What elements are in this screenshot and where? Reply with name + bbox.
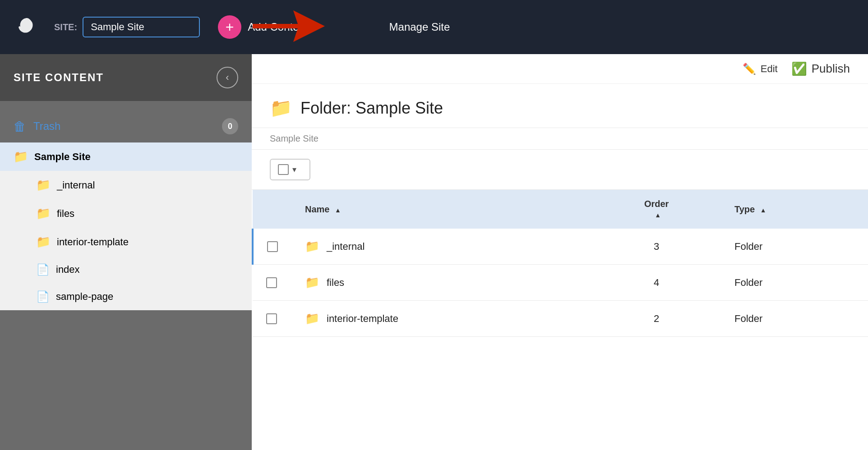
row-folder-icon: 📁 [305, 239, 319, 253]
order-col-label: Order [644, 199, 669, 209]
svg-marker-0 [253, 10, 325, 42]
publish-label: Publish [812, 62, 850, 76]
collapse-sidebar-button[interactable]: ‹ [217, 67, 238, 88]
content-toolbar: ✏️ Edit ✅ Publish [252, 54, 868, 84]
trash-item[interactable]: 🗑 Trash 0 [0, 110, 252, 142]
folder-title-icon: 📁 [270, 97, 292, 119]
edit-icon: ✏️ [743, 63, 756, 75]
row-type-cell: Folder [721, 301, 868, 337]
row-order-cell: 3 [592, 229, 721, 265]
site-selector: SITE: [54, 17, 200, 37]
row-checkbox[interactable] [266, 313, 277, 324]
checkbox-col-header [253, 190, 291, 229]
row-name: interior-template [327, 313, 398, 325]
row-name-cell[interactable]: 📁 files [291, 265, 592, 301]
manage-site-label: Manage Site [389, 21, 450, 33]
type-sort-arrow: ▲ [760, 207, 766, 214]
tree-item-files[interactable]: 📁 files [0, 199, 252, 228]
select-all-dropdown[interactable]: ▾ [270, 159, 310, 180]
tree-item-internal[interactable]: 📁 _internal [0, 171, 252, 199]
select-all-checkbox[interactable] [278, 164, 289, 175]
site-label: SITE: [54, 22, 77, 32]
navbar: SITE: + Add Content Manage Site [0, 0, 868, 54]
type-col-header[interactable]: Type ▲ [721, 190, 868, 229]
tree-item-interior-template[interactable]: 📁 interior-template [0, 228, 252, 256]
tree-item-sample-page[interactable]: 📄 sample-page [0, 283, 252, 310]
trash-label: Trash [33, 120, 60, 133]
sidebar-title: SITE CONTENT [14, 71, 104, 84]
type-col-label: Type [734, 204, 755, 214]
publish-button[interactable]: ✅ Publish [791, 61, 850, 76]
table-row[interactable]: 📁 _internal 3 Folder [253, 229, 868, 265]
row-folder-icon: 📁 [305, 276, 319, 289]
plus-circle-icon: + [218, 15, 241, 39]
row-checkbox[interactable] [266, 277, 277, 288]
page-icon: 📄 [36, 290, 50, 303]
table-row[interactable]: 📁 interior-template 2 Folder [253, 301, 868, 337]
order-col-header[interactable]: Order ▲ [592, 190, 721, 229]
folder-title: 📁 Folder: Sample Site [270, 97, 850, 119]
tree-item-sample-site[interactable]: 📁 Sample Site [0, 142, 252, 171]
arrow-annotation [253, 8, 325, 46]
name-sort-arrow: ▲ [335, 207, 341, 214]
folder-icon: 📁 [36, 235, 51, 249]
folder-title-text: Folder: Sample Site [300, 99, 443, 118]
app-logo[interactable] [14, 14, 41, 41]
sidebar: SITE CONTENT ‹ 🗑 Trash 0 📁 Sample Site [0, 54, 252, 450]
tree-item-label: _internal [57, 179, 95, 191]
tree-item-label: interior-template [57, 236, 129, 248]
tree-item-label: sample-page [56, 291, 113, 303]
row-checkbox-cell [253, 229, 291, 265]
row-name: files [327, 277, 344, 289]
sidebar-header: SITE CONTENT ‹ [0, 54, 252, 101]
row-name: _internal [327, 241, 365, 253]
table-row[interactable]: 📁 files 4 Folder [253, 265, 868, 301]
table-header-row: Name ▲ Order ▲ Type ▲ [253, 190, 868, 229]
folder-icon: 📁 [36, 207, 51, 220]
row-type-cell: Folder [721, 229, 868, 265]
row-checkbox[interactable] [267, 241, 278, 252]
folder-icon: 📁 [36, 178, 51, 192]
trash-left: 🗑 Trash [14, 119, 60, 134]
table-section: ▾ Name ▲ Order ▲ [252, 150, 868, 450]
chevron-down-icon: ▾ [292, 165, 296, 174]
row-name-cell[interactable]: 📁 _internal [291, 229, 592, 265]
row-folder-icon: 📁 [305, 312, 319, 326]
manage-site-button[interactable]: Manage Site [380, 21, 459, 33]
row-name-cell[interactable]: 📁 interior-template [291, 301, 592, 337]
tree-item-label: Sample Site [34, 151, 91, 163]
tree-item-index[interactable]: 📄 index [0, 256, 252, 283]
site-tree: 📁 Sample Site 📁 _internal 📁 files 📁 inte… [0, 142, 252, 310]
edit-label: Edit [761, 63, 778, 75]
content-header: 📁 Folder: Sample Site [252, 84, 868, 128]
row-type-cell: Folder [721, 265, 868, 301]
page-icon: 📄 [36, 263, 50, 276]
trash-count-badge: 0 [222, 118, 238, 134]
publish-check-icon: ✅ [791, 61, 807, 76]
tree-item-label: index [56, 264, 80, 276]
folder-icon: 📁 [14, 150, 28, 164]
content-table: Name ▲ Order ▲ Type ▲ [252, 190, 868, 337]
select-all-bar: ▾ [252, 150, 868, 190]
tree-item-label: files [57, 208, 74, 220]
trash-icon: 🗑 [14, 119, 26, 134]
site-name-input[interactable] [83, 17, 200, 37]
main-layout: SITE CONTENT ‹ 🗑 Trash 0 📁 Sample Site [0, 54, 868, 450]
row-checkbox-cell [253, 265, 291, 301]
edit-button[interactable]: ✏️ Edit [743, 63, 778, 75]
row-checkbox-cell [253, 301, 291, 337]
name-col-header[interactable]: Name ▲ [291, 190, 592, 229]
row-order-cell: 2 [592, 301, 721, 337]
row-order-cell: 4 [592, 265, 721, 301]
name-col-label: Name [305, 204, 329, 214]
breadcrumb: Sample Site [252, 128, 868, 150]
content-area: ✏️ Edit ✅ Publish 📁 Folder: Sample Site … [252, 54, 868, 450]
order-sort-arrow: ▲ [655, 211, 661, 219]
sidebar-content: 🗑 Trash 0 📁 Sample Site 📁 _internal [0, 101, 252, 450]
